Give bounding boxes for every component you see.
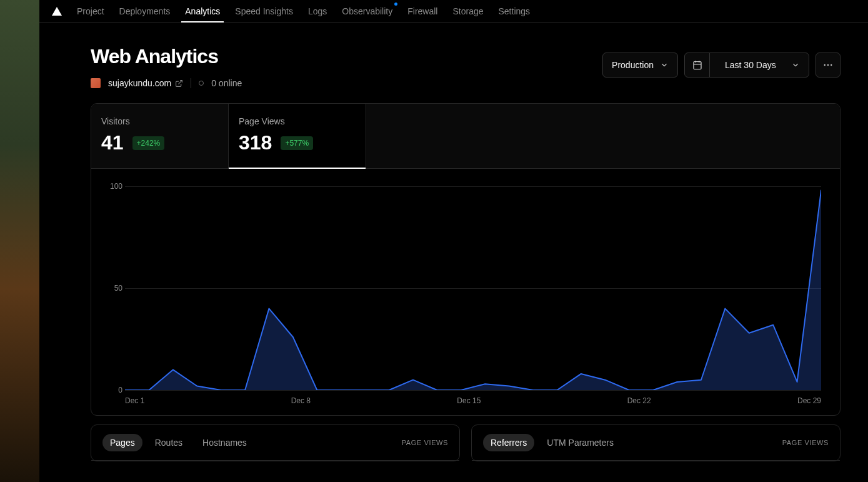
project-avatar — [91, 78, 101, 88]
chevron-down-icon — [791, 61, 800, 69]
nav-logs[interactable]: Logs — [308, 0, 327, 23]
external-link-icon — [175, 79, 183, 88]
vercel-logo-icon[interactable] — [52, 6, 62, 16]
date-range-select[interactable]: Last 30 Days — [684, 53, 809, 78]
app-window: Project Deployments Analytics Speed Insi… — [39, 0, 868, 482]
y-tick: 50 — [106, 284, 122, 293]
svg-point-7 — [831, 64, 832, 66]
pages-panel-metric-label: PAGE VIEWS — [402, 439, 448, 446]
panel-tab-routes[interactable]: Routes — [147, 434, 190, 451]
stat-tab-visitors[interactable]: Visitors 41 +242% — [91, 104, 229, 168]
chart-x-axis: Dec 1Dec 8Dec 15Dec 22Dec 29 — [125, 396, 821, 405]
panel-tab-referrers[interactable]: Referrers — [483, 434, 534, 451]
svg-rect-1 — [694, 62, 701, 69]
referrers-panel-metric-label: PAGE VIEWS — [782, 439, 829, 446]
visitors-value: 41 — [101, 131, 124, 154]
stat-tab-pageviews[interactable]: Page Views 318 +577% — [229, 104, 366, 168]
x-tick: Dec 1 — [125, 396, 144, 405]
svg-line-0 — [179, 80, 182, 84]
nav-storage[interactable]: Storage — [452, 0, 483, 23]
chart-svg — [125, 186, 821, 390]
referrers-panel: ReferrersUTM Parameters PAGE VIEWS — [471, 424, 841, 461]
y-tick: 100 — [106, 182, 122, 191]
analytics-card: Visitors 41 +242% Page Views 318 +577% — [91, 103, 841, 416]
top-nav: Project Deployments Analytics Speed Insi… — [39, 0, 868, 23]
calendar-icon — [692, 60, 702, 70]
nav-project[interactable]: Project — [77, 0, 104, 23]
pages-panel: PagesRoutesHostnames PAGE VIEWS — [91, 424, 460, 461]
panel-tab-hostnames[interactable]: Hostnames — [195, 434, 254, 451]
header-controls: Production Last 30 Days — [602, 53, 841, 78]
x-tick: Dec 8 — [291, 396, 311, 405]
page-title: Web Analytics — [91, 45, 242, 68]
x-tick: Dec 29 — [797, 396, 821, 405]
chart-area: 050100 Dec 1Dec 8Dec 15Dec 22Dec 29 — [91, 169, 840, 415]
svg-point-6 — [827, 64, 829, 66]
nav-settings[interactable]: Settings — [499, 0, 531, 23]
referrers-panel-tabs: ReferrersUTM Parameters — [483, 434, 621, 451]
y-tick: 0 — [106, 386, 122, 394]
x-tick: Dec 15 — [457, 396, 481, 405]
divider — [191, 78, 191, 88]
more-options-button[interactable] — [816, 53, 841, 78]
pages-panel-tabs: PagesRoutesHostnames — [102, 434, 254, 451]
panel-tab-pages[interactable]: Pages — [102, 434, 142, 451]
notification-dot-icon — [394, 3, 397, 6]
nav-deployments[interactable]: Deployments — [119, 0, 171, 23]
pageviews-delta-badge: +577% — [281, 136, 313, 150]
pageviews-value: 318 — [239, 131, 272, 154]
online-indicator-icon — [199, 81, 204, 86]
stat-tabs: Visitors 41 +242% Page Views 318 +577% — [91, 104, 840, 169]
more-horizontal-icon — [822, 59, 834, 71]
pageviews-chart: 050100 — [125, 186, 821, 390]
svg-point-5 — [824, 64, 826, 66]
nav-speed-insights[interactable]: Speed Insights — [235, 0, 293, 23]
nav-firewall[interactable]: Firewall — [407, 0, 437, 23]
page-header: Web Analytics sujaykundu.com 0 online Pr… — [91, 45, 841, 88]
chevron-down-icon — [660, 61, 669, 69]
online-count: 0 online — [211, 78, 242, 88]
x-tick: Dec 22 — [627, 396, 651, 405]
environment-select[interactable]: Production — [602, 53, 678, 78]
visitors-delta-badge: +242% — [132, 136, 165, 150]
domain-link[interactable]: sujaykundu.com — [108, 78, 183, 88]
nav-analytics[interactable]: Analytics — [185, 0, 220, 23]
panels-row: PagesRoutesHostnames PAGE VIEWS Referrer… — [91, 424, 841, 461]
panel-tab-utm-parameters[interactable]: UTM Parameters — [539, 434, 621, 451]
nav-observability[interactable]: Observability — [342, 0, 392, 23]
desktop-background — [0, 0, 39, 482]
